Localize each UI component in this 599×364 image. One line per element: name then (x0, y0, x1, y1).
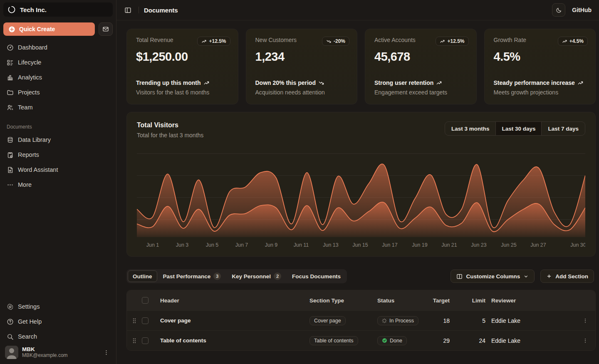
tab-focus-documents[interactable]: Focus Documents (287, 270, 346, 282)
row-checkbox[interactable] (142, 337, 149, 344)
sidebar-item-word-assistant[interactable]: Word Assistant (3, 163, 113, 176)
trending-down-icon (318, 80, 324, 86)
user-menu[interactable]: MBK MBK@example.com (3, 343, 113, 359)
sidebar-item-search[interactable]: Search (3, 330, 113, 343)
status-badge: Done (377, 336, 407, 345)
svg-text:Jun 9: Jun 9 (265, 242, 278, 248)
tab-count-badge: 3 (213, 272, 221, 280)
section-tabs: Outline Past Performance 3 Key Personnel… (126, 269, 347, 283)
user-more-button[interactable] (101, 348, 111, 357)
sidebar-item-data-library[interactable]: Data Library (3, 133, 113, 146)
row-header-cell[interactable]: Table of contents (160, 337, 309, 344)
trending-up-icon (201, 39, 207, 44)
more-vertical-icon (582, 338, 588, 344)
search-icon (7, 333, 14, 340)
drag-handle-icon[interactable] (127, 318, 142, 324)
visitors-chart-svg: Jun 1Jun 3Jun 5Jun 7Jun 9Jun 11Jun 13Jun… (137, 149, 585, 250)
svg-text:Jun 23: Jun 23 (471, 242, 487, 248)
brand-header[interactable]: Tech Inc. (3, 2, 113, 17)
quick-create-label: Quick Create (19, 26, 55, 32)
customize-columns-button[interactable]: Customize Columns (450, 270, 535, 283)
trending-up-icon (577, 80, 584, 86)
users-icon (7, 104, 14, 111)
add-section-button[interactable]: Add Section (540, 270, 594, 283)
svg-text:Jun 3: Jun 3 (176, 242, 189, 248)
stat-label: Total Revenue (136, 37, 173, 43)
stat-value: 1,234 (255, 50, 350, 64)
tab-past-performance[interactable]: Past Performance 3 (158, 270, 226, 282)
sidebar-item-label: Settings (18, 303, 40, 310)
status-badge: In Process (377, 316, 418, 325)
target-cell[interactable]: 18 (431, 317, 452, 324)
svg-text:Jun 17: Jun 17 (382, 242, 398, 248)
sidebar-item-reports[interactable]: Reports (3, 148, 113, 161)
trending-up-icon (562, 39, 567, 44)
github-link[interactable]: GitHub (572, 7, 592, 13)
sidebar-item-analytics[interactable]: Analytics (3, 71, 113, 84)
file-word-icon (7, 166, 14, 173)
select-all-checkbox[interactable] (142, 297, 149, 304)
sidebar-item-lifecycle[interactable]: Lifecycle (3, 56, 113, 69)
column-header: Header (160, 297, 309, 304)
stat-footer-title: Down 20% this period (255, 79, 350, 86)
column-status: Status (377, 297, 431, 304)
stat-value: 45,678 (374, 50, 469, 64)
row-more-button[interactable] (581, 336, 590, 345)
svg-text:Jun 1: Jun 1 (146, 242, 159, 248)
row-checkbox[interactable] (142, 317, 149, 324)
range-last-7-days[interactable]: Last 7 days (542, 122, 585, 135)
reviewer-cell[interactable]: Eddie Lake (488, 317, 575, 324)
more-vertical-icon (103, 349, 109, 356)
inbox-mail-button[interactable] (99, 22, 113, 36)
sidebar-item-label: Search (18, 333, 37, 340)
sidebar-item-team[interactable]: Team (3, 101, 113, 114)
clipboard-icon (7, 151, 14, 158)
sidebar-item-projects[interactable]: Projects (3, 86, 113, 99)
stat-footer-desc: Engagement exceed targets (374, 89, 469, 96)
theme-toggle-button[interactable] (552, 3, 565, 17)
section-type-badge: Table of contents (309, 336, 358, 345)
plus-circle-icon (8, 26, 15, 33)
target-cell[interactable]: 29 (431, 337, 452, 344)
stat-footer-title: Steady performance increase (494, 79, 588, 86)
gear-icon (7, 303, 14, 310)
plus-icon (546, 273, 552, 279)
limit-cell[interactable]: 5 (452, 317, 488, 324)
sidebar-item-settings[interactable]: Settings (3, 300, 113, 313)
company-name: Tech Inc. (20, 6, 47, 13)
stat-footer-desc: Acquisition needs attention (255, 89, 350, 96)
visitors-area-chart[interactable]: Jun 1Jun 3Jun 5Jun 7Jun 9Jun 11Jun 13Jun… (137, 149, 585, 250)
help-circle-icon (7, 318, 14, 325)
section-type-badge: Cover page (309, 316, 346, 325)
sidebar-main-nav: Dashboard Lifecycle Analytics Projects T… (3, 41, 113, 114)
section-tabs-row: Outline Past Performance 3 Key Personnel… (126, 269, 596, 283)
sidebar-item-label: Team (18, 104, 32, 111)
tab-key-personnel[interactable]: Key Personnel 2 (227, 270, 286, 282)
sidebar-item-get-help[interactable]: Get Help (3, 315, 113, 328)
stat-cards-row: Total Revenue +12.5% $1,250.00 Trending … (126, 29, 596, 104)
sidebar-item-label: Data Library (18, 136, 51, 143)
folder-icon (7, 89, 14, 96)
trending-up-icon (440, 39, 445, 44)
columns-icon (456, 273, 463, 280)
sidebar-toggle-button[interactable] (122, 5, 134, 16)
sidebar-item-label: Lifecycle (18, 59, 41, 66)
range-last-30-days[interactable]: Last 30 days (495, 122, 542, 135)
top-header: Documents GitHub (116, 0, 599, 20)
svg-text:Jun 15: Jun 15 (352, 242, 368, 248)
done-check-icon (382, 338, 387, 343)
table-row-table-of-contents[interactable]: Table of contents Table of contents Done… (127, 330, 595, 350)
row-more-button[interactable] (581, 316, 590, 325)
limit-cell[interactable]: 24 (452, 337, 488, 344)
table-row-cover-page[interactable]: Cover page Cover page In Process 18 5 Ed… (127, 310, 595, 330)
tab-outline[interactable]: Outline (128, 270, 157, 282)
reviewer-cell[interactable]: Eddie Lake (488, 337, 575, 344)
sidebar-item-more[interactable]: More (3, 178, 113, 191)
sidebar-item-dashboard[interactable]: Dashboard (3, 41, 113, 54)
trending-down-icon (326, 39, 332, 44)
range-last-3-months[interactable]: Last 3 months (445, 122, 496, 135)
drag-handle-icon[interactable] (127, 338, 142, 344)
quick-create-button[interactable]: Quick Create (3, 22, 95, 36)
stat-footer-title: Strong user retention (374, 79, 469, 86)
row-header-cell[interactable]: Cover page (160, 317, 309, 324)
